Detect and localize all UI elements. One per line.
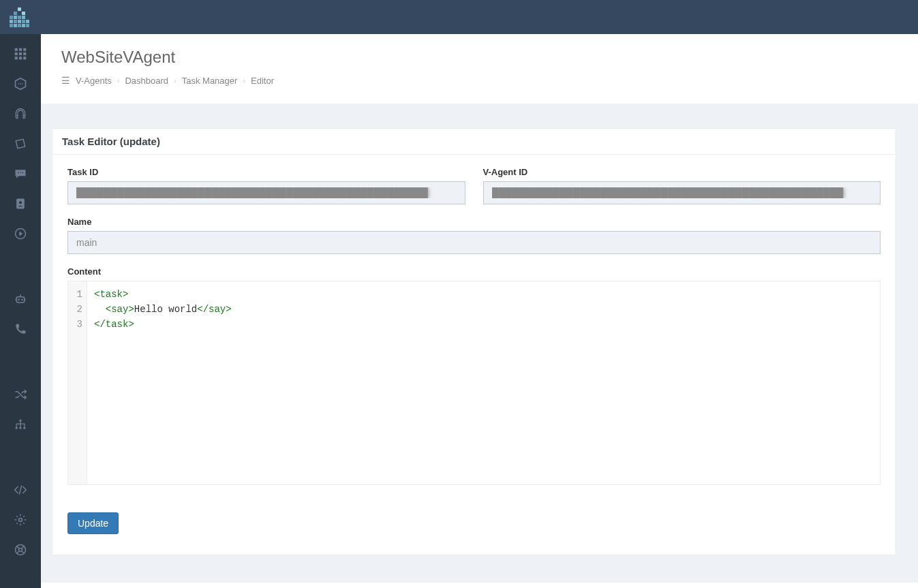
svg-rect-5 (23, 52, 26, 55)
headset-icon[interactable] (13, 106, 28, 121)
page-header: WebSiteVAgent ☰ V-Agents › Dashboard › T… (41, 34, 918, 104)
ticket-icon[interactable] (13, 136, 28, 151)
svg-rect-18 (16, 297, 25, 303)
svg-point-10 (20, 83, 21, 84)
svg-rect-8 (23, 57, 26, 59)
svg-point-20 (21, 299, 23, 301)
panel-title: Task Editor (update) (52, 129, 896, 155)
update-button[interactable]: Update (67, 512, 119, 534)
robot-icon[interactable] (13, 292, 28, 307)
shuffle-icon[interactable] (13, 387, 28, 402)
breadcrumb-item[interactable]: V-Agents (76, 76, 112, 86)
svg-rect-3 (15, 52, 18, 55)
svg-point-14 (22, 172, 24, 174)
svg-rect-4 (19, 52, 22, 55)
svg-rect-1 (19, 48, 22, 51)
contact-icon[interactable] (13, 196, 28, 211)
grid-icon[interactable] (13, 46, 28, 61)
content-editor[interactable]: 1 2 3 <task> <say>Hello world</say> </ta… (67, 281, 881, 485)
gear-icon[interactable] (13, 512, 28, 527)
svg-point-13 (20, 172, 21, 174)
sidebar (0, 34, 41, 588)
menu-toggle-icon[interactable]: ☰ (61, 75, 70, 86)
page-title: WebSiteVAgent (61, 48, 898, 67)
support-icon[interactable] (13, 542, 28, 557)
svg-point-12 (18, 172, 19, 174)
chevron-right-icon: › (243, 76, 245, 84)
app-logo (10, 7, 29, 27)
page: WebSiteVAgent ☰ V-Agents › Dashboard › T… (41, 34, 918, 588)
svg-point-16 (19, 201, 22, 204)
chevron-right-icon: › (174, 76, 177, 84)
svg-point-22 (16, 427, 18, 429)
content-label: Content (67, 266, 881, 277)
code-content[interactable]: <task> <say>Hello world</say> </task> (87, 281, 880, 484)
svg-rect-6 (15, 57, 18, 59)
breadcrumb-item[interactable]: Dashboard (125, 76, 168, 86)
breadcrumb: ☰ V-Agents › Dashboard › Task Manager › … (61, 75, 898, 86)
svg-point-25 (19, 519, 22, 522)
svg-point-23 (19, 427, 21, 429)
svg-point-9 (18, 83, 20, 84)
sitemap-icon[interactable] (13, 417, 28, 432)
hexagon-icon[interactable] (13, 76, 28, 91)
vagent-id-label: V-Agent ID (483, 167, 881, 177)
phone-icon[interactable] (13, 322, 28, 337)
breadcrumb-item-current: Editor (251, 76, 274, 86)
task-id-input (67, 181, 465, 204)
topbar (0, 0, 918, 34)
svg-point-21 (19, 420, 21, 422)
svg-point-19 (18, 299, 20, 301)
play-icon[interactable] (13, 226, 28, 241)
svg-rect-2 (23, 48, 26, 51)
svg-rect-7 (19, 57, 22, 59)
svg-point-27 (19, 548, 22, 552)
svg-point-24 (23, 427, 25, 429)
vagent-id-input (483, 181, 881, 204)
task-editor-panel: Task Editor (update) Task ID V-Agent ID (52, 128, 896, 555)
breadcrumb-item[interactable]: Task Manager (182, 76, 238, 86)
chevron-right-icon: › (117, 76, 120, 84)
name-label: Name (67, 217, 881, 227)
code-icon[interactable] (13, 482, 28, 497)
line-gutter: 1 2 3 (68, 281, 87, 484)
svg-point-11 (22, 83, 23, 84)
svg-rect-0 (15, 48, 18, 51)
chat-icon[interactable] (13, 166, 28, 181)
task-id-label: Task ID (67, 167, 465, 177)
name-input[interactable] (67, 231, 881, 254)
